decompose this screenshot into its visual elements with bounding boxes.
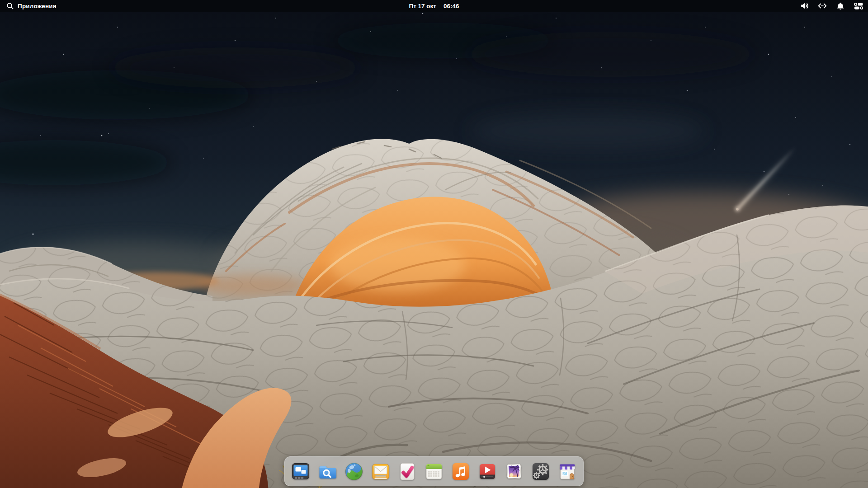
notifications-indicator[interactable] <box>835 1 845 11</box>
panel-time: 06:46 <box>443 3 459 9</box>
desktop: Приложения Пт 17 окт 06:46 <box>0 0 868 488</box>
web-browser-globe-icon <box>343 460 365 482</box>
calendar-icon <box>423 460 445 482</box>
dock-item-appcenter[interactable] <box>557 460 578 482</box>
network-indicator[interactable] <box>817 1 827 11</box>
tasks-checkmark-icon <box>396 460 418 482</box>
bell-icon <box>836 2 844 10</box>
photos-icon <box>503 460 525 482</box>
dock-item-videos[interactable] <box>476 460 498 482</box>
dock-item-calendar[interactable] <box>423 460 445 482</box>
dock-item-system-settings[interactable] <box>530 460 552 482</box>
settings-gear-icon <box>530 460 552 482</box>
mail-icon <box>370 460 392 482</box>
dock <box>284 456 584 486</box>
dock-item-files[interactable] <box>316 460 338 482</box>
top-panel: Приложения Пт 17 окт 06:46 <box>0 0 868 12</box>
applications-menu[interactable]: Приложения <box>5 2 58 10</box>
dock-item-mail[interactable] <box>370 460 392 482</box>
dock-item-photos[interactable] <box>503 460 525 482</box>
dock-item-tasks[interactable] <box>396 460 418 482</box>
files-folder-icon <box>316 460 338 482</box>
multitasking-icon <box>290 460 311 482</box>
dock-item-music[interactable] <box>450 460 472 482</box>
panel-indicators <box>799 1 863 11</box>
volume-icon <box>800 2 809 10</box>
desktop-background[interactable] <box>0 0 868 488</box>
panel-date: Пт 17 окт <box>409 3 436 9</box>
datetime-indicator[interactable]: Пт 17 окт 06:46 <box>409 3 459 9</box>
volume-indicator[interactable] <box>799 1 809 11</box>
network-icon <box>818 2 827 10</box>
videos-play-icon <box>476 460 498 482</box>
appcenter-storefront-icon <box>557 460 578 482</box>
music-note-icon <box>450 460 472 482</box>
wallpaper-image <box>0 0 868 488</box>
search-icon <box>6 2 14 10</box>
applications-label: Приложения <box>18 3 57 9</box>
session-toggles-icon <box>854 2 863 10</box>
dock-item-web-browser[interactable] <box>343 460 365 482</box>
session-indicator[interactable] <box>854 1 863 11</box>
dock-item-multitasking[interactable] <box>290 460 311 482</box>
